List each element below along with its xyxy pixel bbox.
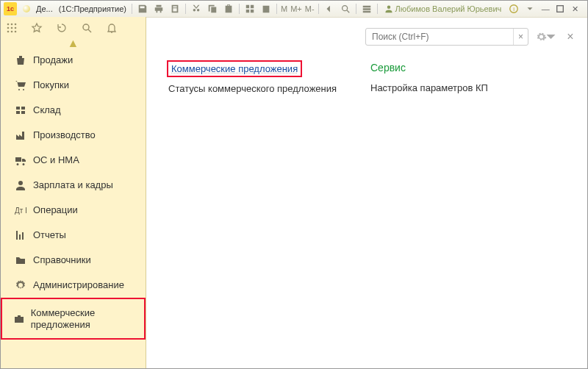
sidebar-item-label: Покупки bbox=[33, 79, 69, 91]
menu-grid-icon[interactable] bbox=[4, 20, 20, 36]
person-icon bbox=[12, 179, 29, 191]
link-configure-kp[interactable]: Настройка параметров КП bbox=[370, 79, 573, 96]
close-panel-button[interactable]: × bbox=[564, 30, 577, 43]
sidebar-item-label: Производство bbox=[33, 129, 96, 141]
service-heading: Сервис bbox=[370, 62, 573, 79]
settings-gear-button[interactable] bbox=[536, 28, 556, 46]
cart-icon bbox=[12, 79, 29, 91]
separator bbox=[318, 4, 319, 14]
svg-point-4 bbox=[7, 24, 10, 26]
calendar-icon[interactable] bbox=[259, 2, 273, 15]
print-icon[interactable] bbox=[152, 2, 165, 15]
sidebar: ▲ Продажи Покупки Склад Производство ОС … bbox=[1, 17, 146, 368]
save-icon[interactable] bbox=[136, 2, 149, 15]
sidebar-tools bbox=[1, 17, 146, 39]
sidebar-item-label: ОС и НМА bbox=[33, 154, 79, 166]
sidebar-item-warehouse[interactable]: Склад bbox=[1, 98, 146, 123]
toolbar-group-memory: M M+ M- bbox=[279, 4, 316, 13]
current-user[interactable]: Любимов Валерий Юрьевич bbox=[384, 4, 502, 13]
clear-search-button[interactable]: × bbox=[513, 29, 528, 45]
svg-text:i: i bbox=[513, 6, 514, 12]
boxes-icon bbox=[12, 104, 29, 116]
search-tool-icon[interactable] bbox=[79, 20, 95, 36]
main-panel: × × Коммерческие предложения Статусы ком… bbox=[146, 17, 587, 368]
sidebar-item-label: Склад bbox=[33, 104, 61, 116]
memory-m-plus-button[interactable]: M+ bbox=[290, 4, 302, 13]
sidebar-item-fixed-assets[interactable]: ОС и НМА bbox=[1, 148, 146, 173]
sidebar-item-administration[interactable]: Администрирование bbox=[1, 273, 146, 298]
svg-point-0 bbox=[342, 6, 347, 11]
separator bbox=[185, 4, 186, 14]
app-logo-icon: 1c bbox=[4, 2, 17, 15]
user-name-label: Любимов Валерий Юрьевич bbox=[395, 4, 502, 13]
sidebar-item-reports[interactable]: Отчеты bbox=[1, 223, 146, 248]
briefcase-icon bbox=[12, 313, 26, 325]
back-icon[interactable] bbox=[323, 2, 336, 15]
svg-text:Дт Кт: Дт Кт bbox=[15, 207, 26, 215]
content-columns: Коммерческие предложения Статусы коммерч… bbox=[168, 62, 573, 97]
svg-point-10 bbox=[7, 31, 10, 33]
toolbar-group-file bbox=[135, 2, 183, 15]
sidebar-item-operations[interactable]: Дт КтОперации bbox=[1, 198, 146, 223]
toolbar-group-calendar bbox=[242, 2, 274, 15]
separator bbox=[276, 4, 277, 14]
dropdown-icon[interactable] bbox=[523, 2, 537, 15]
memory-m-minus-button[interactable]: M- bbox=[305, 4, 315, 13]
sidebar-item-purchases[interactable]: Покупки bbox=[1, 73, 146, 98]
sidebar-item-payroll[interactable]: Зарплата и кадры bbox=[1, 173, 146, 198]
sidebar-item-label: Зарплата и кадры bbox=[33, 179, 113, 191]
user-icon bbox=[384, 4, 393, 13]
svg-point-7 bbox=[7, 27, 10, 29]
link-offer-statuses[interactable]: Статусы коммерческого предложения bbox=[168, 80, 370, 97]
zoom-icon[interactable] bbox=[339, 2, 352, 15]
separator bbox=[239, 4, 240, 14]
memory-m-button[interactable]: M bbox=[281, 4, 287, 13]
history-icon[interactable] bbox=[54, 20, 70, 36]
main-topbar: × × bbox=[146, 28, 587, 46]
info-icon[interactable]: i bbox=[507, 2, 520, 15]
nav-list: Продажи Покупки Склад Производство ОС и … bbox=[1, 48, 146, 368]
folder-icon bbox=[12, 254, 29, 266]
app-window: 1c Де... (1С:Предприятие) M M+ M- bbox=[0, 0, 588, 369]
svg-point-6 bbox=[15, 24, 17, 26]
preview-icon[interactable] bbox=[168, 2, 182, 15]
svg-point-13 bbox=[83, 24, 89, 30]
sidebar-item-sales[interactable]: Продажи bbox=[1, 48, 146, 73]
search-input[interactable] bbox=[366, 32, 513, 42]
sidebar-item-label: Администрирование bbox=[33, 279, 124, 291]
separator bbox=[377, 4, 378, 14]
sidebar-item-label: Справочники bbox=[33, 254, 91, 266]
favorite-star-icon[interactable] bbox=[29, 20, 45, 36]
right-column: Сервис Настройка параметров КП bbox=[370, 62, 573, 97]
collapse-up-icon[interactable]: ▲ bbox=[1, 39, 146, 48]
sidebar-item-catalogs[interactable]: Справочники bbox=[1, 248, 146, 273]
left-column: Коммерческие предложения Статусы коммерч… bbox=[168, 62, 370, 97]
notification-bell-icon[interactable] bbox=[104, 20, 120, 36]
paste-icon[interactable] bbox=[222, 2, 235, 15]
sidebar-item-label: Коммерческие предложения bbox=[31, 307, 138, 330]
minimize-button[interactable]: — bbox=[538, 3, 553, 15]
svg-rect-3 bbox=[557, 6, 564, 12]
link-commercial-offers[interactable]: Коммерческие предложения bbox=[168, 62, 301, 76]
factory-icon bbox=[12, 129, 29, 141]
svg-point-5 bbox=[11, 24, 13, 26]
cut-icon[interactable] bbox=[190, 2, 203, 15]
title-suffix: (1С:Предприятие) bbox=[56, 4, 129, 13]
sidebar-item-commercial-offers[interactable]: Коммерческие предложения bbox=[1, 298, 146, 340]
svg-point-9 bbox=[15, 27, 17, 29]
truck-icon bbox=[12, 154, 29, 166]
toolbar-group-nav bbox=[321, 2, 354, 15]
sidebar-item-label: Продажи bbox=[33, 54, 73, 66]
maximize-button[interactable] bbox=[553, 3, 567, 15]
copy-icon[interactable] bbox=[206, 2, 219, 15]
svg-point-8 bbox=[11, 27, 13, 29]
window-list-icon[interactable] bbox=[360, 2, 373, 15]
grid-icon[interactable] bbox=[243, 2, 257, 15]
toolbar-group-clipboard bbox=[188, 2, 237, 15]
search-field-wrap: × bbox=[365, 28, 528, 46]
separator bbox=[132, 4, 132, 14]
bag-icon bbox=[12, 54, 29, 66]
separator bbox=[356, 4, 356, 14]
close-button[interactable]: ✕ bbox=[567, 3, 582, 15]
sidebar-item-production[interactable]: Производство bbox=[1, 123, 146, 148]
